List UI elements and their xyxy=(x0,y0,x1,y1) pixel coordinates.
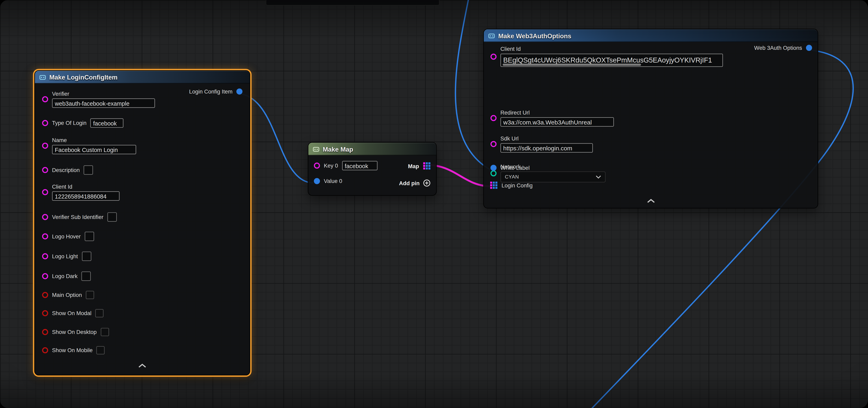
pin-row-sdk-url: Sdk Url xyxy=(491,135,593,152)
pin-row-type-of-login: Type Of Login xyxy=(42,118,124,128)
input-pin-logo-hover[interactable] xyxy=(42,233,48,239)
input-pin-show-on-mobile[interactable] xyxy=(42,347,48,353)
pin-label: Key 0 xyxy=(324,163,338,169)
input-pin-login-config[interactable] xyxy=(490,181,498,189)
show-on-desktop-checkbox[interactable] xyxy=(100,328,109,336)
node-make-map[interactable]: Make Map Key 0 Map Value 0 Add pin xyxy=(308,142,437,196)
pin-label: Show On Desktop xyxy=(52,329,97,335)
logo-dark-field[interactable] xyxy=(82,271,91,281)
pin-label: Value 0 xyxy=(324,178,342,184)
input-pin-name[interactable] xyxy=(42,143,48,149)
pin-row-logo-light: Logo Light xyxy=(42,251,91,261)
add-pin-label: Add pin xyxy=(399,180,420,186)
pin-label: Main Option xyxy=(52,292,82,298)
make-struct-icon xyxy=(488,32,495,39)
node-make-loginconfigitem[interactable]: Make LoginConfigItem Login Config Item V… xyxy=(34,70,250,375)
pin-label: Logo Hover xyxy=(52,233,81,239)
show-on-modal-checkbox[interactable] xyxy=(95,309,103,317)
pin-label: Logo Light xyxy=(52,253,78,259)
client-id-field[interactable] xyxy=(52,191,120,201)
node-header[interactable]: Make Web3AuthOptions xyxy=(484,29,817,42)
input-pin-verifier[interactable] xyxy=(42,96,48,102)
node-title: Make LoginConfigItem xyxy=(49,74,118,80)
output-pin-login-config-item[interactable] xyxy=(237,89,243,95)
verifier-sub-identifier-field[interactable] xyxy=(107,212,117,222)
sdk-url-field[interactable] xyxy=(500,143,593,152)
name-field[interactable] xyxy=(52,145,136,154)
input-pin-show-on-modal[interactable] xyxy=(42,310,48,316)
input-pin-verifier-sub-identifier[interactable] xyxy=(42,214,48,220)
pin-row-main-option: Main Option xyxy=(42,291,94,299)
pin-label: White Label xyxy=(500,165,530,171)
pin-label: Verifier Sub Identifier xyxy=(52,214,103,220)
pin-row-show-on-modal: Show On Modal xyxy=(42,309,104,317)
pin-row-client-id: Client Id xyxy=(42,183,120,201)
pin-row-client-id: Client Id xyxy=(491,46,723,67)
input-pin-client-id[interactable] xyxy=(42,189,48,195)
input-pin-key0[interactable] xyxy=(314,163,320,169)
chevron-down-icon xyxy=(596,175,601,178)
description-field[interactable] xyxy=(84,165,93,175)
node-header[interactable]: Make LoginConfigItem xyxy=(35,71,250,83)
show-on-mobile-checkbox[interactable] xyxy=(96,346,105,354)
main-option-checkbox[interactable] xyxy=(86,291,94,299)
wire-map-to-loginconfig[interactable] xyxy=(427,165,490,186)
input-pin-sdk-url[interactable] xyxy=(491,141,497,147)
input-pin-description[interactable] xyxy=(42,167,48,173)
pin-label: Web 3Auth Options xyxy=(754,45,802,51)
collapse-chevron-icon[interactable] xyxy=(646,199,655,203)
type-of-login-field[interactable] xyxy=(90,118,124,128)
pin-row-logo-hover: Logo Hover xyxy=(42,232,94,241)
pin-row-show-on-desktop: Show On Desktop xyxy=(42,328,109,336)
pin-row-login-config-item-out: Login Config Item xyxy=(189,89,242,95)
input-pin-main-option[interactable] xyxy=(42,292,48,298)
input-pin-white-label[interactable] xyxy=(491,165,497,171)
pin-row-map-out: Map xyxy=(408,162,431,170)
output-pin-map[interactable] xyxy=(423,162,431,170)
pin-label: Logo Dark xyxy=(52,273,78,279)
pin-label: Sdk Url xyxy=(500,135,593,141)
pin-label: Verifier xyxy=(52,91,155,97)
key0-field[interactable] xyxy=(342,161,377,170)
input-pin-redirect-url[interactable] xyxy=(491,115,497,121)
pin-label: Map xyxy=(408,163,419,169)
input-pin-logo-light[interactable] xyxy=(42,253,48,259)
make-struct-icon xyxy=(39,74,46,80)
node-header[interactable]: Make Map xyxy=(308,143,436,156)
node-make-web3authoptions[interactable]: Make Web3AuthOptions Web 3Auth Options C… xyxy=(483,29,818,208)
pin-row-key0: Key 0 xyxy=(314,161,377,170)
add-pin-plus-icon xyxy=(423,179,431,187)
blueprint-graph-canvas[interactable]: Make LoginConfigItem Login Config Item V… xyxy=(0,0,868,408)
pin-row-verifier: Verifier xyxy=(42,91,155,108)
pin-label: Redirect Url xyxy=(500,109,614,115)
make-map-icon xyxy=(313,146,319,152)
redirect-url-field[interactable] xyxy=(500,117,614,127)
input-pin-network[interactable] xyxy=(491,170,497,176)
pin-label: Show On Modal xyxy=(52,310,91,316)
verifier-field[interactable] xyxy=(52,98,155,108)
offscreen-node-fragment[interactable] xyxy=(266,0,439,5)
client-id-horizontal-scrollbar[interactable] xyxy=(503,64,641,66)
input-pin-logo-dark[interactable] xyxy=(42,273,48,279)
pin-row-redirect-url: Redirect Url xyxy=(491,109,614,127)
node-title: Make Web3AuthOptions xyxy=(498,32,571,39)
output-pin-web3auth-options[interactable] xyxy=(806,45,812,51)
logo-light-field[interactable] xyxy=(82,251,91,261)
collapse-chevron-icon[interactable] xyxy=(138,363,147,368)
add-pin-button[interactable]: Add pin xyxy=(399,179,431,187)
blueprint-editor-screenshot: Make LoginConfigItem Login Config Item V… xyxy=(0,0,868,408)
input-pin-show-on-desktop[interactable] xyxy=(42,329,48,335)
logo-hover-field[interactable] xyxy=(85,232,94,241)
network-dropdown[interactable]: CYAN xyxy=(500,171,606,182)
input-pin-type-of-login[interactable] xyxy=(42,120,48,126)
pin-label: Login Config Item xyxy=(189,89,232,95)
input-pin-client-id[interactable] xyxy=(491,54,497,60)
pin-row-verifier-sub-identifier: Verifier Sub Identifier xyxy=(42,212,117,222)
node-title: Make Map xyxy=(323,146,353,152)
pin-row-web3auth-options-out: Web 3Auth Options xyxy=(754,45,812,51)
pin-label: Client Id xyxy=(500,46,723,52)
pin-row-login-config: Login Config xyxy=(490,181,533,189)
input-pin-value0[interactable] xyxy=(314,178,320,184)
pin-label: Description xyxy=(52,167,80,173)
pin-label: Name xyxy=(52,137,136,143)
